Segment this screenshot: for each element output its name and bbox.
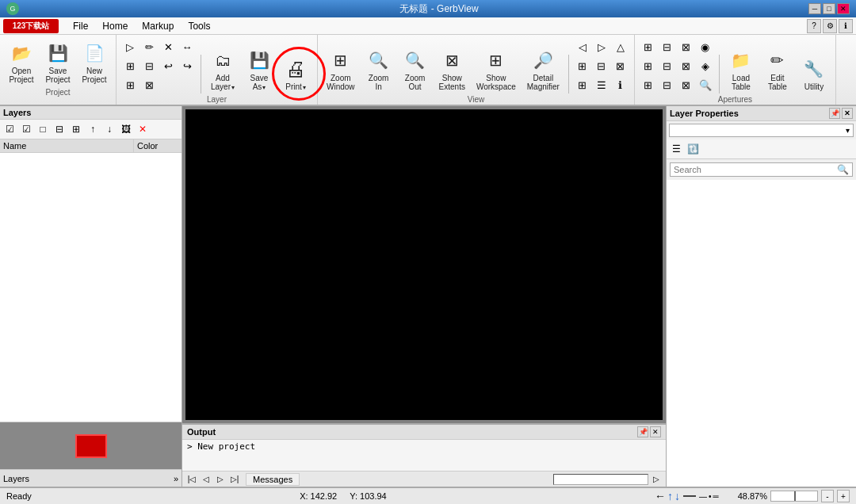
output-scrollbar-h[interactable] <box>553 474 648 485</box>
ruler-button[interactable]: ⊞ <box>574 76 591 94</box>
layers-collapse-arrow[interactable]: » <box>174 474 178 483</box>
right-panel-pin-button[interactable]: 📌 <box>829 108 840 119</box>
layer-minus-button[interactable]: ⊟ <box>52 121 67 137</box>
output-scroll-right-button[interactable]: ▷ <box>650 473 663 486</box>
output-last-button[interactable]: ▷| <box>228 473 241 486</box>
properties-list-button[interactable]: ☰ <box>668 141 684 157</box>
ap-tool12-button[interactable]: 🔍 <box>697 76 714 94</box>
status-minus-button[interactable]: — <box>699 492 707 501</box>
ap-tool11-button[interactable]: ⊠ <box>678 76 695 94</box>
status-dotdot-button[interactable]: • <box>709 492 712 501</box>
grid-view-button[interactable]: ⊞ <box>574 57 591 74</box>
right-panel: Layer Properties 📌 ✕ ▾ ☰ 🔃 🔍 <box>666 106 856 487</box>
menu-file[interactable]: File <box>67 19 94 33</box>
layer-color-preview <box>75 434 107 458</box>
edit-tool-button[interactable]: ✏ <box>140 38 158 55</box>
ap-tool6-button[interactable]: ⊟ <box>659 57 676 74</box>
measure-button[interactable]: ⊠ <box>612 57 629 74</box>
pan-left-button[interactable]: ◁ <box>574 38 591 55</box>
redo-tool-button[interactable]: ↪ <box>178 57 196 74</box>
info-icon[interactable]: ℹ <box>839 19 853 33</box>
select-tool-button[interactable]: ▷ <box>121 38 139 55</box>
save-project-button[interactable]: 💾 SaveProject <box>41 38 75 86</box>
ap-tool7-button[interactable]: ⊠ <box>678 57 695 74</box>
ap-tool8-button[interactable]: ◈ <box>697 57 714 74</box>
move-tool-button[interactable]: ↔ <box>178 38 196 55</box>
new-project-button[interactable]: 📄 NewProject <box>78 38 111 86</box>
zoom-increase-button[interactable]: + <box>837 490 850 502</box>
zoom-in-button[interactable]: 🔍 ZoomIn <box>362 45 396 94</box>
status-left-arrow[interactable]: ← <box>655 490 666 502</box>
layers-panel-header: Layers <box>0 106 182 120</box>
right-panel-close-button[interactable]: ✕ <box>842 108 853 119</box>
show-workspace-button[interactable]: ⊞ ShowWorkspace <box>472 45 520 94</box>
layer-image-button[interactable]: 🖼 <box>118 121 134 137</box>
ap-tool2-button[interactable]: ⊟ <box>659 38 676 55</box>
add-layer-button[interactable]: 🗂 AddLayer▾ <box>206 45 239 94</box>
output-pin-button[interactable]: 📌 <box>637 426 648 437</box>
output-content: > New project <box>182 440 666 471</box>
layer-square-button[interactable]: □ <box>35 121 51 137</box>
status-up-arrow[interactable]: ↑ <box>667 490 673 502</box>
properties-sort-button[interactable]: 🔃 <box>685 141 701 157</box>
help-icon[interactable]: ? <box>807 19 821 33</box>
zoom-window-button[interactable]: ⊞ ZoomWindow <box>323 45 359 94</box>
properties-toggle-button[interactable]: ℹ <box>612 76 629 94</box>
search-icon[interactable]: 🔍 <box>837 164 849 175</box>
output-prev-button[interactable]: ◁ <box>200 473 212 486</box>
open-project-button[interactable]: 📂 OpenProject <box>5 38 38 86</box>
layer-up-button[interactable]: ↑ <box>85 121 101 137</box>
menu-tools[interactable]: Tools <box>182 19 216 33</box>
close-button[interactable]: ✕ <box>837 3 850 14</box>
edit-table-button[interactable]: ✏ EditTable <box>761 45 794 94</box>
status-equals-button[interactable]: ═ <box>713 492 719 501</box>
right-panel-dropdown[interactable]: ▾ <box>669 124 854 137</box>
add-layer-icon: 🗂 <box>210 48 235 73</box>
undo-tool-button[interactable]: ↩ <box>159 57 177 74</box>
pan-right-button[interactable]: ▷ <box>593 38 610 55</box>
menu-home[interactable]: Home <box>96 19 134 33</box>
layers-toggle-button[interactable]: ☰ <box>593 76 610 94</box>
axes-button[interactable]: ⊟ <box>593 57 610 74</box>
output-next-button[interactable]: ▷ <box>214 473 227 486</box>
view-buttons: ⊞ ZoomWindow 🔍 ZoomIn 🔍 ZoomOut ⊠ ShowEx… <box>323 38 629 94</box>
right-panel-content <box>667 180 856 487</box>
layer-check-all-button[interactable]: ☑ <box>18 121 34 137</box>
minimize-button[interactable]: ─ <box>808 3 821 14</box>
canvas[interactable] <box>185 109 663 420</box>
detail-magnifier-button[interactable]: 🔎 DetailMagnifier <box>523 45 564 94</box>
menu-markup[interactable]: Markup <box>136 19 180 33</box>
copy-tool-button[interactable]: ⊞ <box>121 57 139 74</box>
utility-button[interactable]: 🔧 Utility <box>797 54 831 94</box>
zoom-slider[interactable] <box>770 491 818 502</box>
layer-delete-button[interactable]: ✕ <box>135 121 151 137</box>
save-as-button[interactable]: 💾 SaveAs▾ <box>243 45 276 94</box>
status-down-arrow[interactable]: ↓ <box>674 490 680 502</box>
settings-icon[interactable]: ⚙ <box>823 19 837 33</box>
ap-tool9-button[interactable]: ⊞ <box>640 76 657 94</box>
pan-up-button[interactable]: △ <box>612 38 629 55</box>
search-input[interactable] <box>674 165 837 174</box>
load-table-button[interactable]: 📁 LoadTable <box>724 45 758 94</box>
grid-tool-button[interactable]: ⊞ <box>121 76 139 94</box>
maximize-button[interactable]: □ <box>823 3 835 14</box>
output-messages-tab[interactable]: Messages <box>246 473 300 486</box>
delete-tool-button[interactable]: ✕ <box>159 38 177 55</box>
snap-tool-button[interactable]: ⊠ <box>140 76 158 94</box>
zoom-decrease-button[interactable]: - <box>821 490 834 502</box>
layer-plus-button[interactable]: ⊞ <box>68 121 84 137</box>
output-first-button[interactable]: |◁ <box>185 473 198 486</box>
ap-tool3-button[interactable]: ⊠ <box>678 38 695 55</box>
zoom-out-button[interactable]: 🔍 ZoomOut <box>399 45 432 94</box>
output-title: Output <box>187 427 216 437</box>
ap-tool1-button[interactable]: ⊞ <box>640 38 657 55</box>
show-extents-button[interactable]: ⊠ ShowExtents <box>435 45 469 94</box>
ap-tool10-button[interactable]: ⊟ <box>659 76 676 94</box>
layer-checkbox-button[interactable]: ☑ <box>2 121 17 137</box>
output-close-button[interactable]: ✕ <box>650 426 661 437</box>
ap-tool4-button[interactable]: ◉ <box>697 38 714 55</box>
layer-down-button[interactable]: ↓ <box>101 121 117 137</box>
ap-tool5-button[interactable]: ⊞ <box>640 57 657 74</box>
print-button[interactable]: 🖨 Print▾ <box>279 54 312 94</box>
paste-tool-button[interactable]: ⊟ <box>140 57 158 74</box>
